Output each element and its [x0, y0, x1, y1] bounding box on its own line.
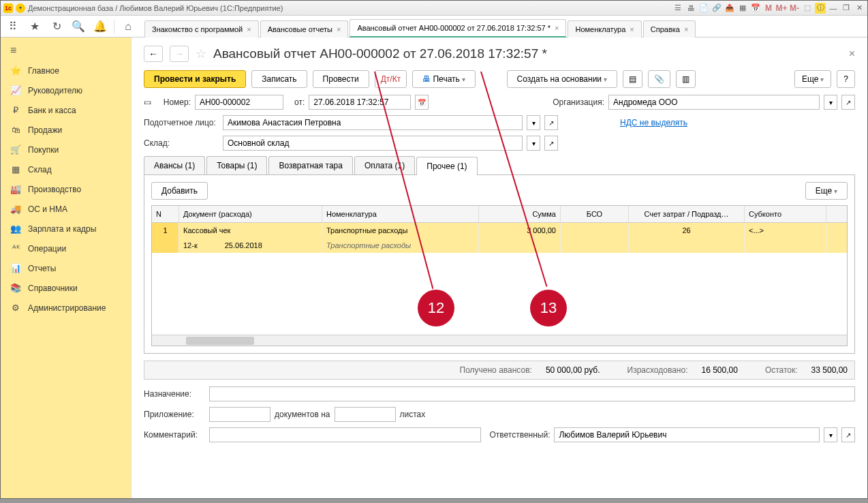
save-button[interactable]: Записать	[251, 70, 307, 88]
table-more-button[interactable]: Еще	[805, 182, 848, 200]
titlebar-dropdown-icon[interactable]: ▾	[16, 3, 25, 13]
memory-m-icon[interactable]: M	[763, 3, 774, 14]
table-empty-area[interactable]	[152, 253, 847, 335]
tab-help[interactable]: Справка×	[643, 20, 696, 37]
tab-nomenclature[interactable]: Номенклатура×	[568, 20, 641, 37]
nav-forward-button[interactable]: →	[170, 46, 189, 62]
number-input[interactable]	[195, 95, 283, 110]
sidebar-item-bank[interactable]: ₽Банк и касса	[1, 100, 131, 120]
dropdown-icon[interactable]: ▾	[527, 136, 540, 151]
maximize-icon[interactable]: ❐	[841, 3, 852, 14]
sidebar-item-manager[interactable]: 📈Руководителю	[1, 80, 131, 100]
doc-icon[interactable]: 📄	[698, 3, 709, 14]
tab-advance-reports[interactable]: Авансовые отчеты×	[260, 20, 349, 37]
sidebar-item-operations[interactable]: ᴬᴷОперации	[1, 239, 131, 258]
col-subconto[interactable]: Субконто	[745, 206, 826, 222]
export-icon[interactable]: 📤	[724, 3, 735, 14]
close-icon[interactable]: ×	[337, 25, 341, 33]
minimize-icon[interactable]: —	[828, 3, 839, 14]
sidebar-item-warehouse[interactable]: ▦Склад	[1, 159, 131, 179]
open-icon[interactable]: ↗	[841, 95, 855, 110]
sidebar-item-purchases[interactable]: 🛒Покупки	[1, 140, 131, 159]
person-input[interactable]	[223, 115, 523, 130]
sidebar-item-main[interactable]: ⭐Главное	[1, 61, 131, 80]
titlebar-tool-icon[interactable]: ☰	[672, 3, 683, 14]
sidebar-item-production[interactable]: 🏭Производство	[1, 179, 131, 199]
star-icon[interactable]: ★	[27, 18, 43, 35]
table-row[interactable]: 12-к25.06.2018 Транспортные расходы	[152, 238, 847, 253]
close-window-icon[interactable]: ✕	[854, 3, 865, 14]
nav-back-button[interactable]: ←	[144, 46, 163, 62]
list-button[interactable]: ▥	[676, 70, 696, 88]
add-row-button[interactable]: Добавить	[151, 182, 208, 200]
close-icon[interactable]: ×	[684, 25, 688, 33]
calendar-icon[interactable]: 📅	[750, 3, 761, 14]
dropdown-icon[interactable]: ▾	[527, 115, 540, 130]
print-icon[interactable]: 🖶	[685, 3, 696, 14]
create-based-button[interactable]: Создать на основании	[507, 70, 617, 88]
tab-payment[interactable]: Оплата (1)	[354, 156, 415, 174]
print-button[interactable]: 🖶 Печать	[412, 70, 475, 88]
tab-returnable[interactable]: Возвратная тара	[268, 156, 353, 174]
tab-goods[interactable]: Товары (1)	[206, 156, 267, 174]
scroll-thumb[interactable]	[186, 337, 254, 345]
horizontal-scrollbar[interactable]	[152, 335, 847, 346]
notify-icon[interactable]: 🔔	[92, 18, 108, 35]
tab-intro[interactable]: Знакомство с программой×	[144, 20, 259, 37]
docs-count-input[interactable]	[209, 407, 270, 422]
link-icon[interactable]: 🔗	[711, 3, 722, 14]
sidebar-item-directories[interactable]: 📚Справочники	[1, 278, 131, 298]
structure-button[interactable]: ▤	[623, 70, 642, 88]
close-icon[interactable]: ×	[630, 25, 634, 33]
responsible-input[interactable]	[554, 427, 820, 442]
history-icon[interactable]: ↻	[48, 18, 65, 35]
col-sum[interactable]: Сумма	[479, 206, 561, 222]
sidebar-item-salary[interactable]: 👥Зарплата и кадры	[1, 219, 131, 239]
close-icon[interactable]: ×	[247, 25, 251, 33]
close-document-icon[interactable]: ×	[849, 48, 855, 60]
favorite-star-icon[interactable]: ☆	[196, 46, 206, 61]
sidebar-item-reports[interactable]: 📊Отчеты	[1, 258, 131, 278]
apps-icon[interactable]: ⠿	[5, 18, 21, 35]
memory-mplus-icon[interactable]: M+	[776, 3, 787, 14]
attach-button[interactable]: 📎	[648, 70, 670, 88]
settings-icon[interactable]: ⬚	[802, 3, 813, 14]
search-icon[interactable]: 🔍	[70, 18, 87, 35]
tab-advances[interactable]: Авансы (1)	[144, 156, 205, 174]
col-nomenclature[interactable]: Номенклатура	[322, 206, 479, 222]
dt-kt-button[interactable]: Дт/Кт	[375, 70, 407, 88]
sidebar-item-sales[interactable]: 🛍Продажи	[1, 120, 131, 140]
calc-icon[interactable]: ▦	[737, 3, 748, 14]
calendar-icon[interactable]: 📅	[415, 95, 429, 110]
sheets-input[interactable]	[335, 407, 396, 422]
close-icon[interactable]: ×	[555, 24, 559, 32]
open-icon[interactable]: ↗	[544, 136, 558, 151]
warehouse-input[interactable]	[223, 136, 523, 151]
tab-advance-report-doc[interactable]: Авансовый отчет АН00-000002 от 27.06.201…	[350, 19, 566, 37]
tab-other[interactable]: Прочее (1)	[416, 157, 477, 175]
more-button[interactable]: Еще	[794, 70, 831, 88]
sidebar-item-assets[interactable]: 🚚ОС и НМА	[1, 199, 131, 219]
date-input[interactable]	[309, 95, 411, 110]
post-button[interactable]: Провести	[313, 70, 369, 88]
info-icon[interactable]: ⓘ	[815, 3, 826, 14]
post-and-close-button[interactable]: Провести и закрыть	[144, 70, 246, 88]
col-document[interactable]: Документ (расхода)	[179, 206, 322, 222]
home-icon[interactable]: ⌂	[120, 18, 136, 35]
sidebar-item-admin[interactable]: ⚙Администрирование	[1, 298, 131, 318]
dropdown-icon[interactable]: ▾	[824, 95, 837, 110]
purpose-input[interactable]	[209, 386, 855, 401]
vat-link[interactable]: НДС не выделять	[620, 118, 687, 127]
col-account[interactable]: Счет затрат / Подразд…	[629, 206, 745, 222]
help-button[interactable]: ?	[837, 70, 855, 88]
table-row[interactable]: 1 Кассовый чек Транспортные расходы 3 00…	[152, 223, 847, 238]
dropdown-icon[interactable]: ▾	[824, 427, 837, 442]
col-bso[interactable]: БСО	[561, 206, 629, 222]
open-icon[interactable]: ↗	[841, 427, 855, 442]
col-n[interactable]: N	[152, 206, 179, 222]
memory-mminus-icon[interactable]: M-	[789, 3, 800, 14]
comment-input[interactable]	[209, 427, 482, 442]
sidebar-menu-icon[interactable]: ≡	[1, 40, 131, 61]
org-input[interactable]	[608, 95, 820, 110]
open-icon[interactable]: ↗	[544, 115, 558, 130]
